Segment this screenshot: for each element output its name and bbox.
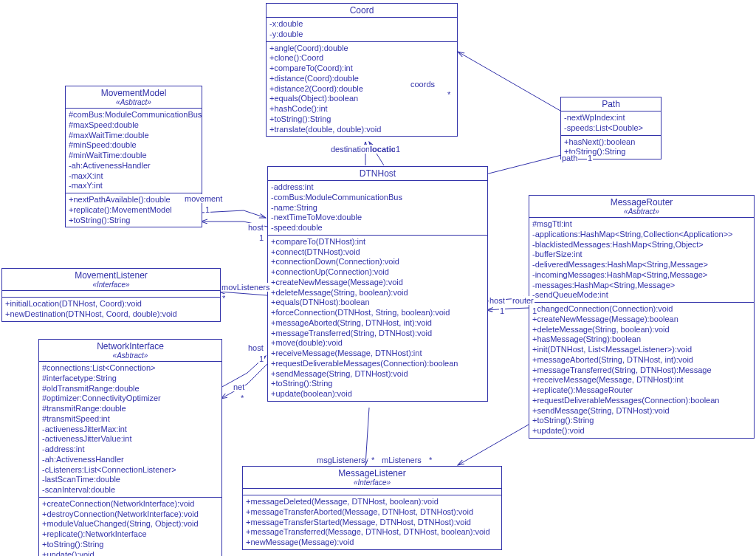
class-coord[interactable]: Coord -x:double-y:double +angle(Coord):d…: [266, 3, 458, 137]
path-attrs: -nextWpIndex:int-speeds:List<Double>: [561, 111, 661, 136]
label-host: host: [247, 343, 264, 352]
movementlistener-ops: +initialLocation(DTNHost, Coord):void+ne…: [2, 298, 220, 321]
coord-attrs: -x:double-y:double: [267, 18, 457, 42]
svg-line-4: [219, 292, 267, 295]
svg-line-6: [458, 425, 529, 465]
label-one: 1: [205, 205, 210, 214]
label-one: 1: [395, 145, 401, 154]
label-one: 1: [532, 306, 537, 315]
messagelistener-attrs: [243, 489, 501, 495]
label-host: host: [247, 223, 264, 232]
class-networkinterface[interactable]: NetworkInterface «Asbtract» #connections…: [38, 339, 222, 556]
class-title: MessageRouter «Asbtract»: [529, 196, 754, 218]
class-title: MovementListener «Interface»: [2, 269, 220, 291]
label-msglisteners: msgListeners: [316, 456, 365, 464]
class-messagelistener[interactable]: MessageListener «Interface» +messageDele…: [242, 466, 502, 550]
class-title: Coord: [267, 4, 457, 18]
class-movementmodel[interactable]: MovementModel «Asbtract» #comBus:ModuleC…: [65, 86, 202, 227]
networkinterface-attrs: #connections:List<Connection>#interfacet…: [39, 362, 221, 498]
svg-line-2: [458, 52, 560, 111]
label-destination: destination: [330, 145, 371, 154]
label-star: *: [428, 456, 433, 464]
label-net: net: [233, 382, 245, 391]
label-one: 1: [258, 354, 264, 363]
movementlistener-attrs: [2, 291, 220, 298]
class-messagerouter[interactable]: MessageRouter «Asbtract» #msgTtl:int-app…: [529, 195, 755, 439]
label-coords: coords: [410, 80, 436, 89]
label-star: *: [240, 394, 244, 402]
label-host: host: [489, 296, 506, 305]
label-star: *: [371, 456, 375, 464]
class-dtnhost[interactable]: DTNHost -address:int-comBus:ModuleCommun…: [267, 166, 488, 402]
label-star: *: [221, 294, 226, 303]
class-title: Path: [561, 97, 661, 111]
svg-line-5: [365, 408, 369, 465]
networkinterface-ops: +createConnection(NetworkInterface):void…: [39, 498, 221, 556]
class-title: MovementModel «Asbtract»: [66, 86, 202, 109]
label-movlisteners: movListeners: [221, 283, 270, 292]
messagerouter-ops: +changedConnection(Connection):void+crea…: [529, 303, 754, 438]
label-path: path: [561, 154, 578, 162]
dtnhost-attrs: -address:int-comBus:ModuleCommunicationB…: [268, 181, 487, 236]
label-router: router: [512, 296, 535, 305]
label-movement: movement: [184, 194, 223, 203]
label-one: 1: [499, 306, 505, 315]
messagerouter-attrs: #msgTtl:int-applications:HashMap<String,…: [529, 218, 754, 303]
coord-ops: +angle(Coord):double+clone():Coord+compa…: [267, 42, 457, 137]
class-title: DTNHost: [268, 167, 487, 181]
messagelistener-ops: +messageDeleted(Message, DTNHost, boolea…: [243, 495, 501, 549]
label-one: 1: [258, 233, 264, 242]
class-path[interactable]: Path -nextWpIndex:int-speeds:List<Double…: [560, 97, 662, 159]
movementmodel-attrs: #comBus:ModuleCommunicationBus#maxSpeed:…: [66, 109, 202, 193]
label-one: 1: [587, 154, 593, 162]
class-title: MessageListener «Interface»: [243, 467, 501, 489]
label-mlisteners: mListeners: [381, 456, 422, 464]
label-star: *: [447, 90, 451, 99]
dtnhost-ops: +compareTo(DTNHost):int+connect(DTNHost)…: [268, 236, 487, 401]
class-title: NetworkInterface «Asbtract»: [39, 340, 221, 362]
movementmodel-ops: +nextPathAvailable():double+replicate():…: [66, 193, 202, 227]
class-movementlistener[interactable]: MovementListener «Interface» +initialLoc…: [1, 268, 221, 322]
